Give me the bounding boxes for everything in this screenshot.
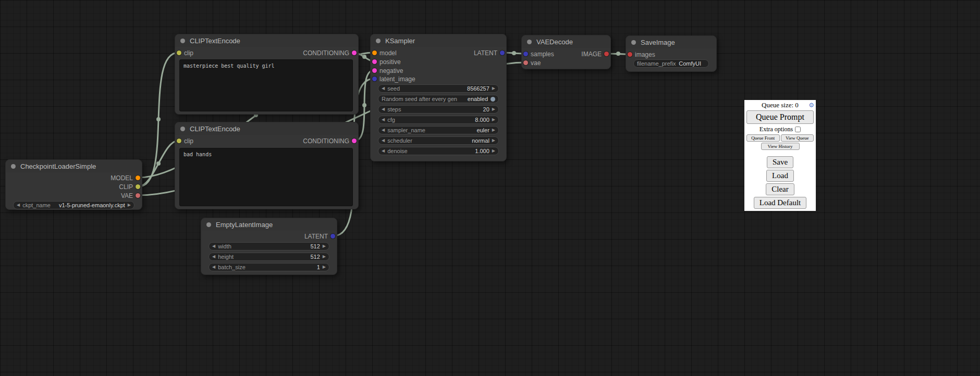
decrement-arrow-icon[interactable]: ◀ bbox=[382, 105, 385, 114]
toggle-on-indicator-icon[interactable] bbox=[491, 97, 495, 102]
collapse-icon[interactable] bbox=[180, 127, 185, 131]
increment-arrow-icon[interactable]: ▶ bbox=[492, 105, 495, 114]
filename-prefix-text-widget[interactable]: filename_prefix ComfyUI bbox=[633, 59, 709, 68]
decrement-arrow-icon[interactable]: ◀ bbox=[382, 126, 385, 134]
collapse-icon[interactable] bbox=[180, 39, 185, 43]
node-title: SaveImage bbox=[641, 39, 675, 46]
collapse-icon[interactable] bbox=[376, 39, 381, 43]
node-emptylatentimage[interactable]: EmptyLatentImage LATENT ◀ width 512 ▶ ◀ … bbox=[201, 218, 337, 275]
increment-arrow-icon[interactable]: ▶ bbox=[492, 126, 495, 134]
output-slot-model[interactable]: MODEL bbox=[6, 174, 142, 182]
increment-arrow-icon[interactable]: ▶ bbox=[323, 253, 326, 261]
increment-arrow-icon[interactable]: ▶ bbox=[492, 116, 495, 124]
collapse-icon[interactable] bbox=[527, 40, 532, 44]
queue-prompt-button[interactable]: Queue Prompt bbox=[746, 110, 814, 124]
batch-size-number-widget[interactable]: ◀ batch_size 1 ▶ bbox=[209, 263, 329, 271]
slot-dot-image[interactable] bbox=[628, 52, 632, 57]
decrement-arrow-icon[interactable]: ◀ bbox=[212, 253, 215, 261]
output-slot-image[interactable]: IMAGE bbox=[522, 50, 610, 58]
output-slot-latent[interactable]: LATENT bbox=[371, 49, 506, 57]
increment-arrow-icon[interactable]: ▶ bbox=[128, 201, 131, 209]
output-slot-latent[interactable]: LATENT bbox=[201, 232, 337, 241]
decrement-arrow-icon[interactable]: ◀ bbox=[17, 201, 20, 209]
view-queue-button[interactable]: View Queue bbox=[781, 134, 814, 142]
decrement-arrow-icon[interactable]: ◀ bbox=[382, 116, 385, 124]
positive-prompt-textarea[interactable]: masterpiece best quality girl bbox=[179, 59, 353, 111]
clear-button[interactable]: Clear bbox=[766, 183, 794, 195]
collapse-icon[interactable] bbox=[631, 40, 636, 45]
view-history-button[interactable]: View History bbox=[761, 143, 800, 150]
collapse-icon[interactable] bbox=[206, 222, 211, 227]
slot-dot-conditioning[interactable] bbox=[372, 59, 377, 64]
increment-arrow-icon[interactable]: ▶ bbox=[323, 242, 326, 250]
node-titlebar[interactable]: CLIPTextEncode bbox=[175, 34, 358, 47]
input-slot-positive[interactable]: positive bbox=[371, 58, 506, 66]
ckpt-name-combo-widget[interactable]: ◀ ckpt_name v1-5-pruned-emaonly.ckpt ▶ bbox=[13, 201, 134, 209]
queue-front-button[interactable]: Queue Front bbox=[746, 134, 780, 142]
scheduler-combo-widget[interactable]: ◀ scheduler normal ▶ bbox=[378, 136, 499, 145]
settings-gear-icon[interactable]: ⚙ bbox=[808, 101, 814, 109]
graph-canvas[interactable]: CheckpointLoaderSimple MODEL CLIP VAE ◀ … bbox=[0, 0, 980, 376]
decrement-arrow-icon[interactable]: ◀ bbox=[382, 136, 385, 145]
increment-arrow-icon[interactable]: ▶ bbox=[492, 84, 495, 93]
increment-arrow-icon[interactable]: ▶ bbox=[492, 147, 495, 155]
node-titlebar[interactable]: VAEDecode bbox=[522, 35, 610, 48]
slot-dot-vae[interactable] bbox=[523, 60, 528, 65]
height-number-widget[interactable]: ◀ height 512 ▶ bbox=[209, 253, 329, 261]
increment-arrow-icon[interactable]: ▶ bbox=[323, 263, 326, 271]
steps-number-widget[interactable]: ◀ steps 20 ▶ bbox=[378, 105, 499, 114]
load-default-button[interactable]: Load Default bbox=[754, 197, 807, 209]
save-button[interactable]: Save bbox=[767, 156, 793, 168]
node-titlebar[interactable]: KSampler bbox=[371, 34, 506, 47]
width-number-widget[interactable]: ◀ width 512 ▶ bbox=[209, 242, 329, 250]
decrement-arrow-icon[interactable]: ◀ bbox=[382, 84, 385, 93]
slot-dot-conditioning[interactable] bbox=[352, 51, 357, 55]
extra-options-label: Extra options bbox=[760, 126, 793, 133]
denoise-number-widget[interactable]: ◀ denoise 1.000 ▶ bbox=[378, 147, 499, 155]
node-title: EmptyLatentImage bbox=[216, 221, 273, 229]
slot-dot-clip[interactable] bbox=[136, 184, 140, 189]
node-titlebar[interactable]: SaveImage bbox=[626, 36, 716, 48]
input-slot-negative[interactable]: negative bbox=[371, 67, 506, 75]
negative-prompt-textarea[interactable]: bad hands bbox=[179, 148, 353, 206]
extra-options-checkbox[interactable] bbox=[795, 127, 801, 132]
output-slot-vae[interactable]: VAE bbox=[6, 192, 142, 200]
load-button[interactable]: Load bbox=[766, 170, 794, 182]
node-cliptextencode-negative[interactable]: CLIPTextEncode clip CONDITIONING bad han… bbox=[175, 122, 359, 209]
link-midpoint-dot bbox=[362, 103, 366, 107]
output-slot-clip[interactable]: CLIP bbox=[6, 183, 142, 191]
input-slot-vae[interactable]: vae bbox=[522, 59, 610, 67]
output-slot-conditioning[interactable]: CONDITIONING bbox=[175, 137, 358, 145]
node-titlebar[interactable]: EmptyLatentImage bbox=[201, 218, 337, 231]
slot-dot-conditioning[interactable] bbox=[352, 139, 357, 143]
node-title: VAEDecode bbox=[536, 38, 573, 46]
slot-dot-conditioning[interactable] bbox=[372, 68, 377, 73]
node-titlebar[interactable]: CLIPTextEncode bbox=[175, 122, 358, 135]
slot-dot-latent[interactable] bbox=[500, 51, 505, 55]
slot-dot-latent[interactable] bbox=[372, 77, 377, 81]
input-slot-images[interactable]: images bbox=[626, 51, 716, 59]
node-cliptextencode-positive[interactable]: CLIPTextEncode clip CONDITIONING masterp… bbox=[175, 34, 359, 115]
decrement-arrow-icon[interactable]: ◀ bbox=[212, 242, 215, 250]
node-checkpointloadersimple[interactable]: CheckpointLoaderSimple MODEL CLIP VAE ◀ … bbox=[5, 159, 142, 210]
slot-dot-image[interactable] bbox=[604, 52, 609, 56]
node-titlebar[interactable]: CheckpointLoaderSimple bbox=[6, 160, 142, 172]
slot-dot-latent[interactable] bbox=[330, 234, 335, 239]
node-title: KSampler bbox=[385, 37, 415, 45]
node-title: CheckpointLoaderSimple bbox=[20, 162, 96, 170]
collapse-icon[interactable] bbox=[11, 164, 16, 169]
cfg-number-widget[interactable]: ◀ cfg 8.000 ▶ bbox=[378, 116, 499, 124]
seed-number-widget[interactable]: ◀ seed 8566257 ▶ bbox=[378, 84, 499, 93]
decrement-arrow-icon[interactable]: ◀ bbox=[382, 147, 385, 155]
node-saveimage[interactable]: SaveImage images filename_prefix ComfyUI bbox=[626, 35, 717, 72]
input-slot-latent-image[interactable]: latent_image bbox=[371, 75, 506, 83]
node-vaedecode[interactable]: VAEDecode samples IMAGE vae bbox=[521, 35, 611, 69]
increment-arrow-icon[interactable]: ▶ bbox=[492, 136, 495, 145]
slot-dot-vae[interactable] bbox=[136, 193, 140, 198]
sampler-name-combo-widget[interactable]: ◀ sampler_name euler ▶ bbox=[378, 126, 499, 134]
random-seed-toggle-widget[interactable]: Random seed after every gen enabled bbox=[378, 95, 499, 103]
decrement-arrow-icon[interactable]: ◀ bbox=[212, 263, 215, 271]
output-slot-conditioning[interactable]: CONDITIONING bbox=[175, 49, 358, 57]
node-ksampler[interactable]: KSampler model LATENT positive negative … bbox=[370, 34, 507, 161]
slot-dot-model[interactable] bbox=[136, 176, 140, 180]
